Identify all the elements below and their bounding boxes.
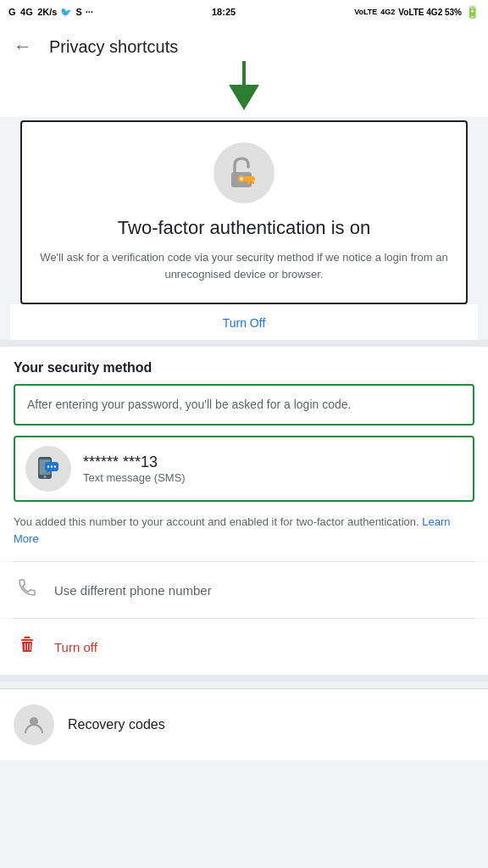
added-info-text: You added this number to your account an… (14, 514, 474, 561)
security-method-title: Your security method (14, 360, 474, 376)
svg-rect-14 (21, 639, 33, 641)
back-button[interactable]: ← (14, 36, 32, 58)
4g2-icon: 4G2 (380, 8, 395, 16)
sms-method-box[interactable]: ****** ***13 Text message (SMS) (14, 436, 474, 502)
svg-rect-2 (252, 181, 254, 184)
security-method-section: Your security method After entering your… (0, 347, 488, 561)
phone-sms-icon (25, 446, 71, 492)
top-bar: ← Privacy shortcuts (0, 24, 488, 61)
svg-rect-3 (247, 181, 250, 184)
lock-key-svg (226, 155, 262, 191)
turn-off-2fa-link[interactable]: Turn Off (20, 304, 468, 340)
svg-point-13 (54, 465, 56, 467)
svg-point-11 (47, 465, 49, 467)
page-title: Privacy shortcuts (49, 37, 178, 57)
status-right: VoLTE 4G2 VoLTE 4G2 53% 🔋 (354, 5, 480, 19)
signal-info: G 4G 2K/s (8, 7, 57, 17)
twitter-icon: 🐦 (60, 7, 72, 18)
trash-icon (14, 634, 41, 659)
login-code-hint-box: After entering your password, you'll be … (14, 384, 474, 426)
svg-point-12 (51, 465, 53, 467)
recovery-codes-section[interactable]: Recovery codes (0, 688, 488, 760)
sms-details: ****** ***13 Text message (SMS) (83, 453, 186, 484)
section-divider-2 (0, 675, 488, 682)
turn-off-label: Turn off (54, 640, 97, 654)
phone-change-icon (14, 577, 41, 603)
recovery-codes-icon (14, 704, 54, 745)
sms-method-label: Text message (SMS) (83, 471, 186, 484)
section-divider (0, 340, 488, 347)
lock-icon (214, 142, 274, 203)
battery-icon: 🔋 (465, 5, 480, 19)
phone-icon-svg (33, 453, 64, 484)
battery-percent: VoLTE 4G2 53% (398, 8, 462, 17)
2fa-description: We'll ask for a verification code via yo… (39, 249, 449, 282)
more-icon: ··· (86, 7, 93, 17)
turn-off-action[interactable]: Turn off (0, 619, 488, 675)
2fa-card: Two-factor authentication is on We'll as… (20, 120, 468, 304)
recovery-icon-svg (22, 713, 46, 737)
status-time: 18:25 (212, 7, 236, 17)
svg-point-5 (240, 177, 243, 181)
trash-svg (17, 634, 37, 654)
svg-rect-1 (243, 176, 255, 181)
phone-handset-svg (17, 577, 37, 598)
screen-record-icon: S (75, 7, 81, 17)
change-phone-label: Use different phone number (54, 583, 212, 598)
recovery-codes-label: Recovery codes (68, 717, 165, 732)
2fa-title: Two-factor authentication is on (39, 217, 449, 239)
sms-phone-number: ****** ***13 (83, 453, 186, 471)
status-left: G 4G 2K/s 🐦 S ··· (8, 7, 93, 18)
change-phone-action[interactable]: Use different phone number (0, 562, 488, 618)
volte-icon: VoLTE (354, 8, 377, 16)
green-arrow-icon (229, 85, 259, 110)
svg-point-8 (44, 476, 47, 478)
status-bar: G 4G 2K/s 🐦 S ··· 18:25 VoLTE 4G2 VoLTE … (0, 0, 488, 24)
green-arrow-line (242, 61, 246, 86)
